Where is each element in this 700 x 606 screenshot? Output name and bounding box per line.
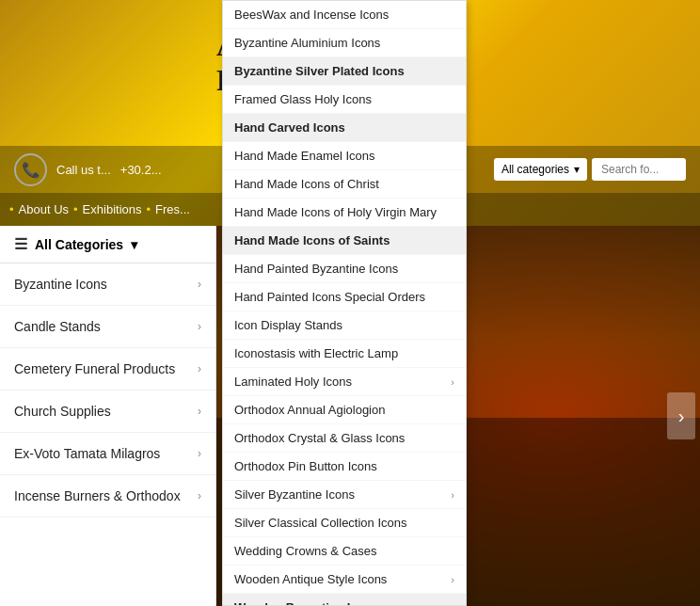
nav-item-exhibitions[interactable]: Exhibitions — [83, 202, 142, 216]
dropdown-item-label-10: Hand Painted Icons Special Orders — [234, 290, 425, 304]
dropdown-item-21[interactable]: Wooden Byzantine Icons› — [223, 594, 466, 606]
dropdown-item-18[interactable]: Silver Classical Collection Icons — [223, 509, 466, 537]
sidebar-item-church-supplies[interactable]: Church Supplies › — [0, 391, 215, 433]
search-area: All categories ▾ — [494, 158, 686, 181]
dropdown-item-0[interactable]: BeesWax and Incense Icons — [223, 1, 466, 29]
dropdown-item-label-9: Hand Painted Byzantine Icons — [234, 262, 398, 276]
phone-icon[interactable]: 📞 — [14, 153, 47, 186]
category-select[interactable]: All categories ▾ — [494, 158, 587, 181]
dropdown-chevron-icon-21: › — [451, 602, 454, 607]
dropdown-item-label-18: Silver Classical Collection Icons — [234, 516, 407, 530]
dropdown-item-10[interactable]: Hand Painted Icons Special Orders — [223, 283, 466, 311]
dropdown-item-11[interactable]: Icon Display Stands — [223, 311, 466, 340]
dropdown-item-14[interactable]: Orthodox Annual Agiologion — [223, 396, 466, 424]
phone-number: +30.2... — [120, 163, 162, 177]
dropdown-menu: BeesWax and Incense IconsByzantine Alumi… — [222, 0, 467, 606]
dropdown-item-4[interactable]: Hand Carved Icons — [223, 114, 466, 142]
dropdown-item-label-3: Framed Glass Holy Icons — [234, 92, 372, 106]
nav-item-about[interactable]: About Us — [19, 202, 69, 216]
dropdown-chevron-icon-20: › — [451, 574, 454, 585]
dropdown-item-label-21: Wooden Byzantine Icons — [234, 600, 379, 606]
dropdown-item-7[interactable]: Hand Made Icons of Holy Virgin Mary — [223, 199, 466, 227]
dropdown-item-2[interactable]: Byzantine Silver Plated Icons — [223, 57, 466, 86]
dropdown-chevron-icon-17: › — [451, 489, 454, 501]
dropdown-item-20[interactable]: Wooden Antique Style Icons› — [223, 566, 466, 594]
chevron-right-icon-5: › — [198, 447, 201, 460]
dropdown-item-9[interactable]: Hand Painted Byzantine Icons — [223, 255, 466, 283]
dropdown-item-3[interactable]: Framed Glass Holy Icons — [223, 86, 466, 114]
chevron-right-icon-2: › — [198, 320, 201, 333]
dropdown-item-label-14: Orthodox Annual Agiologion — [234, 403, 385, 417]
dropdown-item-15[interactable]: Orthodox Crystal & Glass Icons — [223, 424, 466, 453]
next-button[interactable]: › — [667, 392, 695, 439]
dropdown-item-5[interactable]: Hand Made Enamel Icons — [223, 142, 466, 170]
nav-dot-3: • — [146, 202, 151, 216]
dropdown-item-label-2: Byzantine Silver Plated Icons — [234, 64, 405, 78]
nav-dot-2: • — [73, 202, 78, 216]
dropdown-item-label-17: Silver Byzantine Icons — [234, 487, 355, 502]
dropdown-item-12[interactable]: Iconostasis with Electric Lamp — [223, 340, 466, 368]
chevron-down-icon: ▾ — [574, 163, 580, 176]
dropdown-item-1[interactable]: Byzantine Aluminium Icons — [223, 29, 466, 57]
sidebar: ☰ All Categories ▾ Byzantine Icons › Can… — [0, 226, 216, 606]
chevron-right-icon: › — [198, 278, 201, 291]
dropdown-item-6[interactable]: Hand Made Icons of Christ — [223, 170, 466, 199]
dropdown-item-17[interactable]: Silver Byzantine Icons› — [223, 481, 466, 509]
search-input[interactable] — [592, 158, 686, 181]
dropdown-item-label-4: Hand Carved Icons — [234, 120, 345, 135]
dropdown-item-8[interactable]: Hand Made Icons of Saints — [223, 227, 466, 255]
nav-item-fresco[interactable]: Fres... — [155, 202, 190, 216]
dropdown-item-label-13: Laminated Holy Icons — [234, 375, 352, 389]
chevron-right-icon-4: › — [198, 405, 201, 418]
chevron-right-icon-6: › — [198, 489, 201, 502]
chevron-right-icon-3: › — [198, 362, 201, 375]
sidebar-item-byzantine-icons[interactable]: Byzantine Icons › — [0, 263, 215, 306]
dropdown-item-label-16: Orthodox Pin Button Icons — [234, 459, 377, 473]
sidebar-header-label: All Categories — [35, 237, 123, 252]
dropdown-item-label-12: Iconostasis with Electric Lamp — [234, 346, 398, 360]
dropdown-item-label-11: Icon Display Stands — [234, 318, 342, 332]
dropdown-item-label-19: Wedding Crowns & Cases — [234, 544, 377, 558]
dropdown-item-label-6: Hand Made Icons of Christ — [234, 177, 379, 191]
sidebar-header[interactable]: ☰ All Categories ▾ — [0, 226, 215, 263]
dropdown-item-19[interactable]: Wedding Crowns & Cases — [223, 537, 466, 566]
dropdown-item-label-8: Hand Made Icons of Saints — [234, 233, 390, 247]
dropdown-item-13[interactable]: Laminated Holy Icons› — [223, 368, 466, 396]
dropdown-item-label-5: Hand Made Enamel Icons — [234, 149, 375, 163]
category-label: All categories — [501, 163, 569, 176]
sidebar-item-incense[interactable]: Incense Burners & Orthodox › — [0, 475, 215, 518]
sidebar-item-cemetery[interactable]: Cemetery Funeral Products › — [0, 348, 215, 391]
dropdown-item-label-1: Byzantine Aluminium Icons — [234, 36, 380, 50]
dropdown-chevron-icon-13: › — [451, 376, 454, 388]
hamburger-icon: ☰ — [14, 235, 27, 253]
sidebar-item-ex-voto[interactable]: Ex-Voto Tamata Milagros › — [0, 433, 215, 475]
dropdown-item-label-0: BeesWax and Incense Icons — [234, 8, 389, 22]
sidebar-chevron-down-icon: ▾ — [131, 237, 137, 252]
dropdown-item-16[interactable]: Orthodox Pin Button Icons — [223, 453, 466, 481]
dropdown-item-label-7: Hand Made Icons of Holy Virgin Mary — [234, 205, 437, 219]
nav-dot: • — [9, 202, 14, 216]
phone-prompt: Call us t... — [56, 163, 111, 177]
dropdown-item-label-15: Orthodox Crystal & Glass Icons — [234, 431, 405, 445]
sidebar-item-candle-stands[interactable]: Candle Stands › — [0, 306, 215, 348]
dropdown-item-label-20: Wooden Antique Style Icons — [234, 572, 387, 586]
